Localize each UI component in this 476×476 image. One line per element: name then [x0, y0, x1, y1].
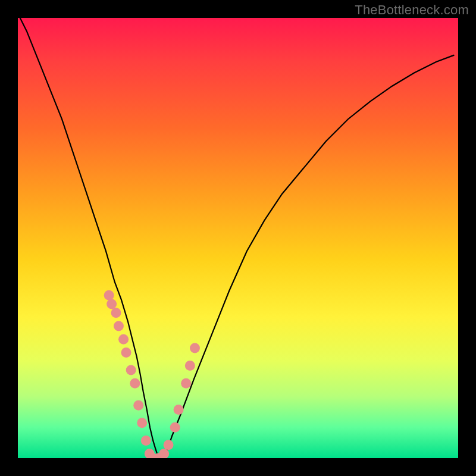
marker-dot — [190, 343, 200, 353]
marker-dot — [114, 321, 124, 331]
marker-dot — [126, 365, 136, 375]
marker-dot — [137, 418, 147, 428]
watermark-text: TheBottleneck.com — [355, 2, 469, 18]
marker-dot — [121, 347, 131, 358]
chart-svg — [18, 18, 458, 458]
chart-frame: TheBottleneck.com — [0, 0, 476, 476]
marker-dot — [164, 440, 174, 450]
marker-dot — [111, 308, 121, 318]
marker-dot — [104, 290, 114, 300]
marker-dot — [107, 299, 117, 309]
marker-dot — [185, 361, 195, 371]
plot-area — [18, 18, 458, 458]
marker-dot — [133, 400, 143, 411]
marker-dot — [181, 378, 191, 389]
marker-dot — [118, 334, 129, 345]
curve-layer — [20, 18, 454, 456]
marker-dot — [130, 378, 140, 389]
marker-dot — [141, 436, 151, 446]
marker-dot — [170, 422, 180, 433]
bottleneck-curve — [20, 18, 454, 456]
marker-dot — [174, 405, 184, 415]
